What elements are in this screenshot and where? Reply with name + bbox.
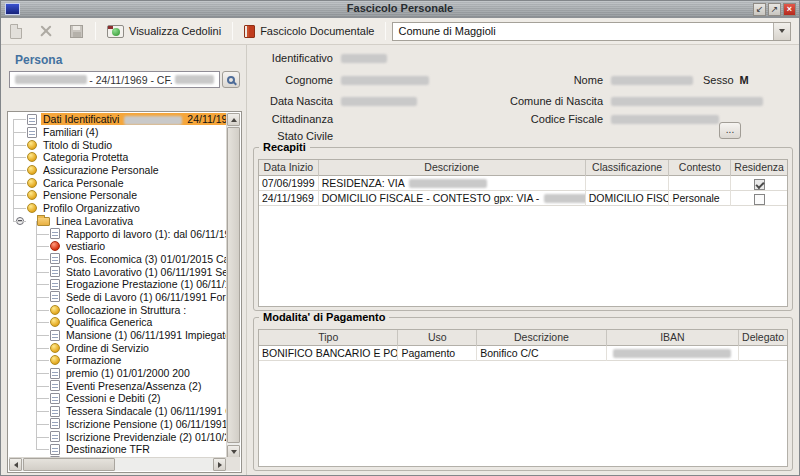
tree-item[interactable]: Tessera Sindacale (1) 06/11/1991 CISL [9, 405, 226, 418]
tree-item-label: Carica Personale [41, 177, 226, 189]
scroll-up-button[interactable] [227, 113, 240, 126]
scroll-left-button[interactable] [9, 458, 22, 471]
checkbox[interactable] [754, 179, 765, 190]
tree-connector-tick [13, 170, 26, 171]
tree-item[interactable]: Ordine di Servizio [9, 341, 226, 354]
tree-item-label: Assicurazione Personale [41, 164, 226, 176]
app-window: Fascicolo Personale ↙ ↗ × Visualizza Ced… [0, 0, 800, 476]
tree-item-label: Iscrizione Pensione (1) 06/11/1991 CPDEL… [64, 418, 226, 430]
horizontal-scroll-thumb[interactable] [23, 458, 115, 471]
column-header[interactable]: Tipo [259, 330, 398, 346]
arrow-right-icon [218, 462, 222, 468]
tree-horizontal-scrollbar[interactable] [9, 457, 227, 471]
column-header[interactable]: Descrizione [477, 330, 607, 346]
column-header[interactable]: Descrizione [319, 160, 586, 176]
persona-search-button[interactable] [222, 71, 240, 88]
tree-item[interactable]: Iscrizione Pensione (1) 06/11/1991 CPDEL… [9, 418, 226, 431]
tree-item[interactable]: Erogazione Prestazione (1) 06/11/1991 Fu… [9, 278, 226, 291]
codice-fiscale-value [611, 115, 719, 124]
tree-item[interactable]: Collocazione in Struttura : [9, 303, 226, 316]
tree-item[interactable]: Carica Personale [9, 176, 226, 189]
tree-item[interactable]: Cessioni e Debiti (2) [9, 392, 226, 405]
tree-item[interactable]: Linea Lavorativa [9, 215, 226, 228]
context-select[interactable]: Comune di Maggioli [392, 22, 791, 41]
cittadinanza-label: Cittadinanza [249, 113, 333, 125]
tree-item[interactable]: Eventi Presenza/Assenza (2) [9, 379, 226, 392]
tree-item-label: Linea Lavorativa [54, 215, 226, 227]
stato-civile-picker-button[interactable]: ... [719, 122, 741, 139]
context-select-value: Comune di Maggioli [393, 25, 773, 37]
tree-item[interactable]: Pos. Economica (3) 01/01/2015 Cat. B - P… [9, 253, 226, 266]
fascicolo-documentale-button[interactable]: Fascicolo Documentale [237, 22, 381, 41]
tree-item[interactable]: vestiario [9, 240, 226, 253]
nome-value [611, 76, 693, 85]
checkbox[interactable] [754, 194, 765, 205]
new-document-icon [10, 24, 22, 39]
tree-connector-tick [36, 234, 49, 235]
search-icon [227, 76, 235, 84]
restore-window-button[interactable]: ↙ [753, 3, 766, 16]
pagamento-group: Modalita' di Pagamento TipoUsoDescrizion… [253, 317, 793, 471]
persona-search-input[interactable]: - 24/11/1969 - CF. [9, 71, 220, 88]
tree-item[interactable]: Pensione Personale [9, 189, 226, 202]
pagamento-table-body: BONIFICO BANCARIO E POSTALE [5]Pagamento… [259, 346, 787, 361]
context-select-arrow[interactable] [773, 23, 790, 40]
tree-item[interactable]: Destinazione TFR [9, 443, 226, 456]
tree-connector-tick [13, 195, 26, 196]
text-segment: Dati Identificativi [43, 113, 122, 125]
column-header[interactable]: Contesto [669, 160, 731, 176]
cognome-label: Cognome [249, 74, 333, 86]
close-window-button[interactable]: × [783, 3, 796, 16]
table-row[interactable]: 07/06/1999RESIDENZA: VIA [259, 176, 787, 191]
table-row[interactable]: BONIFICO BANCARIO E POSTALE [5]Pagamento… [259, 346, 787, 361]
tree-item[interactable]: Stato Lavorativo (1) 06/11/1991 Servizio… [9, 265, 226, 278]
column-header[interactable]: Uso [398, 330, 477, 346]
table-row[interactable]: 24/11/1969DOMICILIO FISCALE - CONTESTO g… [259, 191, 787, 206]
table-cell [731, 191, 787, 206]
save-record-button[interactable] [61, 20, 91, 42]
tree-item[interactable]: Mansione (1) 06/11/1991 Impiegato [9, 329, 226, 342]
scroll-right-button[interactable] [213, 458, 226, 471]
tree-item[interactable]: Formazione [9, 354, 226, 367]
record-form-icon [50, 406, 60, 417]
tree-connector-tick [36, 373, 49, 374]
column-header[interactable]: Delegato [739, 330, 787, 346]
recapiti-table: Data InizioDescrizioneClassificazioneCon… [258, 159, 788, 307]
new-record-button[interactable] [1, 20, 31, 42]
tree-vertical-scrollbar[interactable] [226, 113, 240, 459]
tree-item[interactable]: Titolo di Studio [9, 138, 226, 151]
column-header[interactable]: Residenza [731, 160, 787, 176]
tree-item[interactable]: Iscrizione Previdenziale (2) 01/10/2015 … [9, 430, 226, 443]
arrow-up-icon [231, 118, 237, 122]
table-cell: 24/11/1969 [259, 191, 319, 206]
redacted-value [175, 75, 214, 84]
yellow-ball-icon [27, 178, 37, 188]
tree-item[interactable]: Assicurazione Personale [9, 164, 226, 177]
tree-connector-tick [36, 449, 49, 450]
tree-item[interactable]: Familiari (4) [9, 126, 226, 139]
tree-item[interactable]: premio (1) 01/01/2000 200 [9, 367, 226, 380]
recapiti-table-header: Data InizioDescrizioneClassificazioneCon… [259, 160, 787, 176]
tree-item[interactable]: Rapporto di lavoro (1): dal 06/11/1991 7… [9, 227, 226, 240]
title-bar[interactable]: Fascicolo Personale ↙ ↗ × [1, 1, 799, 18]
tree-connector-tick [36, 259, 49, 260]
delete-record-button[interactable] [31, 20, 61, 42]
column-header[interactable]: Classificazione [586, 160, 670, 176]
scrollbar-corner [226, 457, 240, 471]
tree-item[interactable]: Sede di Lavoro (1) 06/11/1991 Fores [9, 291, 226, 304]
vertical-scroll-thumb[interactable] [227, 127, 240, 443]
tree-item[interactable]: Categoria Protetta [9, 151, 226, 164]
tree-item-label: Iscrizione Previdenziale (2) 01/10/2015 … [64, 431, 226, 443]
tree-item[interactable]: Dati Identificativi 24/11/1969 [9, 113, 226, 126]
tree-connector-tick [13, 119, 26, 120]
column-header[interactable]: IBAN [607, 330, 740, 346]
column-header[interactable]: Data Inizio [259, 160, 319, 176]
maximize-window-button[interactable]: ↗ [768, 3, 781, 16]
table-cell: 07/06/1999 [259, 176, 319, 191]
text-segment: DOMICILIO FISCALE - CONTESTO gpx: VIA - [322, 192, 542, 204]
visualizza-cedolini-button[interactable]: Visualizza Cedolini [100, 22, 228, 41]
tree-item[interactable]: Qualifica Generica [9, 316, 226, 329]
tree-item[interactable]: Profilo Organizzativo [9, 202, 226, 215]
redacted-value [544, 194, 586, 203]
arrow-down-icon [231, 450, 237, 454]
